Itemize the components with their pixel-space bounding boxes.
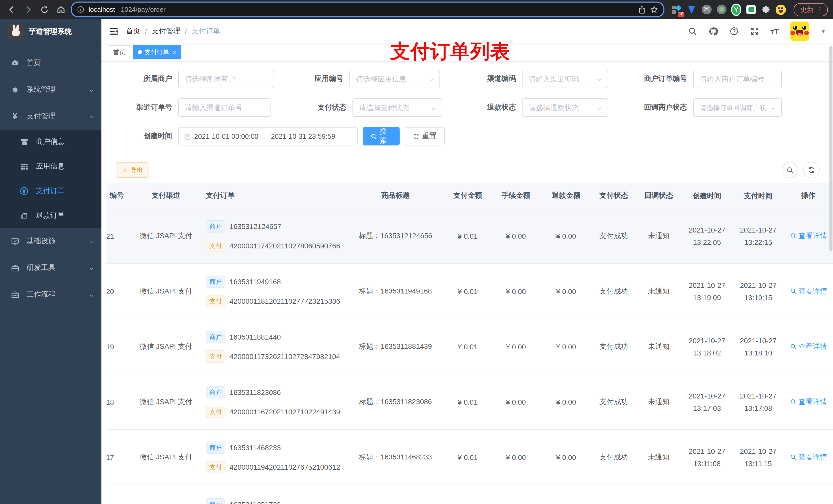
refund-cell: ¥ 0.00 [541, 398, 591, 406]
col-header-created: 创建时间 [681, 190, 733, 202]
reset-button-label: 重置 [422, 131, 436, 141]
view-detail-link[interactable]: 查看详情 [790, 453, 827, 462]
breadcrumb-current: 支付订单 [192, 27, 220, 36]
sidebar-item-home[interactable]: 首页 [0, 50, 101, 76]
browser-back-button[interactable] [5, 3, 19, 16]
col-header-title: 商品标题 [346, 191, 445, 200]
sidebar-item-refund-order[interactable]: 退款订单 [0, 203, 101, 228]
browser-reload-button[interactable] [38, 3, 51, 16]
github-link[interactable] [708, 26, 718, 36]
forward-icon [24, 5, 33, 14]
channel-code-input[interactable] [528, 74, 595, 83]
bookmark-star-icon[interactable] [650, 5, 658, 14]
channel-code-select[interactable] [522, 70, 608, 88]
pay-channel-cell: 微信 JSAPI 支付 [128, 453, 204, 462]
sidebar-logo[interactable]: 芋道管理系统 [0, 19, 101, 45]
extensions-puzzle-icon[interactable] [761, 4, 771, 15]
view-detail-link[interactable]: 查看详情 [790, 231, 827, 240]
channel-order-no-input[interactable] [184, 103, 265, 112]
page-scrollbar[interactable] [829, 46, 832, 251]
merchant-tag: 商户 [206, 441, 225, 454]
puzzle-icon [761, 5, 770, 14]
copy-icon [20, 211, 29, 220]
order-id-cell: 21 [106, 232, 128, 240]
view-detail-link[interactable]: 查看详情 [790, 287, 827, 296]
merchant-input[interactable] [184, 74, 268, 83]
fullscreen-button[interactable] [750, 27, 759, 36]
view-detail-link[interactable]: 查看详情 [790, 397, 827, 406]
user-avatar[interactable] [790, 22, 809, 41]
notify-status-select[interactable] [693, 98, 782, 117]
search-button[interactable]: 搜索 [363, 127, 400, 145]
extension-balloon-icon[interactable] [687, 4, 697, 15]
sidebar-item-app-info[interactable]: 应用信息 [0, 154, 101, 179]
sidebar-item-label: 首页 [27, 58, 94, 68]
browser-update-button[interactable]: 更新 ⋮ [793, 3, 828, 16]
sidebar-item-devtools[interactable]: 研发工具 [0, 255, 101, 281]
tag-pay-order[interactable]: 支付订单 × [133, 45, 181, 59]
sidebar-item-label: 退款订单 [36, 211, 65, 220]
help-button[interactable] [729, 27, 738, 36]
extension-chat-icon[interactable] [746, 4, 756, 15]
refund-status-input[interactable] [528, 103, 595, 112]
browser-forward-button[interactable] [22, 3, 35, 16]
notify-status-input[interactable] [699, 103, 768, 112]
font-size-button[interactable]: ᴛT [770, 27, 779, 35]
close-icon[interactable]: × [173, 49, 176, 56]
sidebar-item-pay-order[interactable]: 支付订单 [0, 179, 101, 203]
user-menu-caret-icon[interactable]: ▼ [821, 28, 826, 34]
filter-label: 支付状态 [271, 103, 353, 112]
merchant-tag: 商户 [206, 386, 225, 398]
profile-avatar-icon[interactable] [776, 4, 786, 15]
fee-cell: ¥ 0.00 [491, 287, 541, 295]
filter-label: 回调商户状态 [608, 103, 693, 112]
tag-label: 首页 [113, 48, 125, 56]
app-input[interactable] [355, 74, 426, 83]
merchant-order-no: 1635311351736 [230, 500, 281, 504]
refresh-table-button[interactable] [803, 162, 820, 178]
table-row: 18 微信 JSAPI 支付 商户1635311823086 支付4200001… [106, 375, 833, 430]
product-title-cell: 标题：1635311823086 [346, 397, 445, 406]
tag-home[interactable]: 首页 [109, 45, 130, 59]
table-row: 21 微信 JSAPI 支付 商户1635312124657 支付4200001… [106, 209, 833, 264]
breadcrumb-home[interactable]: 首页 [126, 27, 140, 36]
pay-order-cell: 商户1635311468233 支付4200001194202110276752… [204, 441, 346, 473]
monitor-icon [10, 237, 20, 246]
export-button[interactable]: 导出 [116, 162, 149, 178]
sidebar-toggle-button[interactable] [109, 26, 119, 37]
pay-status-select[interactable] [353, 98, 442, 117]
share-icon[interactable] [638, 5, 646, 14]
fee-cell: ¥ 0.00 [491, 342, 541, 351]
view-detail-link[interactable]: 查看详情 [790, 342, 827, 351]
extension-command-icon[interactable]: ⌘ [701, 4, 712, 15]
sidebar-item-pay[interactable]: ¥ 支付管理 [0, 103, 101, 129]
sidebar-item-workflow[interactable]: 工作流程 [0, 281, 101, 308]
pay-order-table: 编号 支付渠道 支付订单 商品标题 支付金额 手续金额 退款金额 支付状态 回调… [106, 183, 833, 504]
merchant-select[interactable] [178, 70, 274, 88]
sidebar-item-merchant-info[interactable]: 商户信息 [0, 129, 101, 154]
col-header-fee: 手续金额 [491, 191, 541, 200]
created-time-cell: 2021-10-2713:17:03 [681, 389, 733, 414]
url-path: :1024/pay/order [119, 6, 166, 13]
refund-status-select[interactable] [522, 98, 608, 117]
browser-home-button[interactable] [54, 3, 68, 16]
merchant-order-no-field[interactable] [693, 70, 782, 88]
reload-icon [40, 5, 49, 14]
extension-y-icon[interactable]: Y [731, 4, 741, 15]
create-time-range-picker[interactable]: 2021-10-01 00:00:00 - 2021-10-31 23:59:5… [178, 127, 358, 145]
header-search-button[interactable] [688, 27, 697, 36]
extension-recorder-icon[interactable] [716, 4, 727, 15]
merchant-order-no-input[interactable] [699, 74, 776, 83]
sidebar-item-infra[interactable]: 基础设施 [0, 228, 101, 255]
paid-time-cell: 2021-10-2713:17:08 [733, 389, 784, 414]
channel-order-no-field[interactable] [178, 98, 271, 117]
sidebar-item-system[interactable]: 系统管理 [0, 76, 101, 103]
pay-status-input[interactable] [358, 103, 429, 112]
address-bar[interactable]: localhost:1024/pay/order [71, 2, 664, 18]
toggle-search-button[interactable] [782, 162, 798, 178]
app-select[interactable] [349, 70, 439, 88]
reset-button[interactable]: 重置 [405, 127, 445, 145]
notify-status-cell: 未通知 [636, 231, 681, 240]
extension-pinned-icon[interactable]: 10 [672, 4, 682, 15]
breadcrumb-pay-manage[interactable]: 支付管理 [152, 27, 180, 36]
